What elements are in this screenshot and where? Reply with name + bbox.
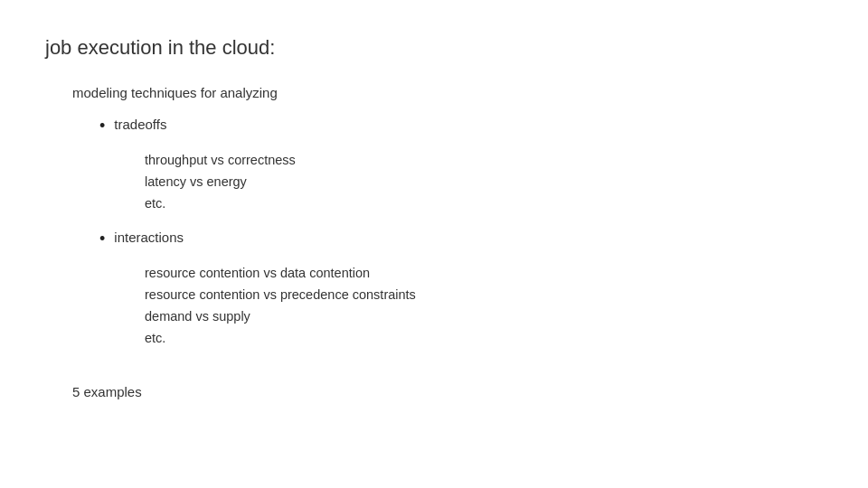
- sub-item-interactions-1: resource contention vs data contention: [145, 263, 823, 285]
- sub-list-interactions: resource contention vs data contention r…: [145, 263, 823, 350]
- slide-container: job execution in the cloud: modeling tec…: [0, 0, 868, 488]
- bullet-interactions: • interactions: [99, 228, 823, 250]
- slide-title: job execution in the cloud:: [45, 36, 823, 60]
- section-label: modeling techniques for analyzing: [72, 85, 823, 100]
- sub-list-tradeoffs: throughput vs correctness latency vs ene…: [145, 150, 823, 215]
- bullet-label-interactions: interactions: [114, 228, 184, 247]
- bullet-label-tradeoffs: tradeoffs: [114, 115, 166, 134]
- sub-item-tradeoffs-3: etc.: [145, 193, 823, 215]
- sub-item-interactions-4: etc.: [145, 328, 823, 350]
- bullet-dot-2: •: [99, 228, 105, 250]
- bullet-dot-1: •: [99, 115, 105, 137]
- bullet-tradeoffs: • tradeoffs: [99, 115, 823, 137]
- examples-label: 5 examples: [72, 384, 823, 399]
- sub-item-interactions-3: demand vs supply: [145, 306, 823, 328]
- sub-item-tradeoffs-1: throughput vs correctness: [145, 150, 823, 172]
- sub-item-interactions-2: resource contention vs precedence constr…: [145, 285, 823, 306]
- sub-item-tradeoffs-2: latency vs energy: [145, 172, 823, 193]
